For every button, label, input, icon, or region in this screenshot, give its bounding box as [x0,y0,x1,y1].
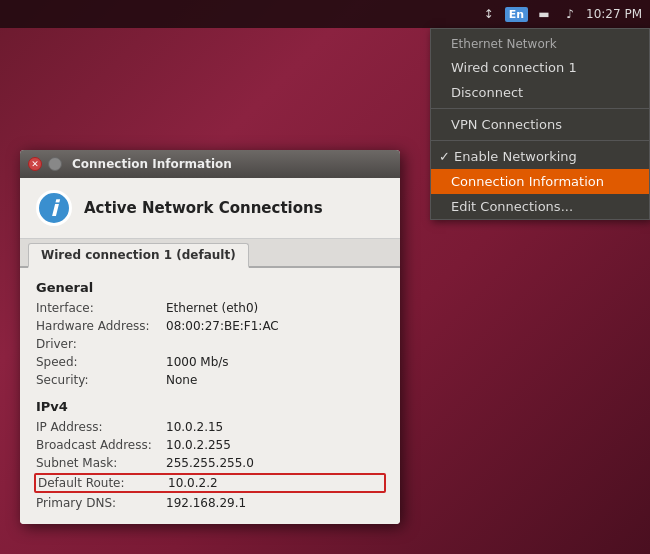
table-row-highlighted: Default Route: 10.0.2.2 [34,473,386,493]
taskbar: ↕ En ▬ ♪ 10:27 PM [0,0,650,28]
label-speed: Speed: [36,355,166,369]
table-row: Speed: 1000 Mb/s [36,353,384,371]
table-row: Hardware Address: 08:00:27:BE:F1:AC [36,317,384,335]
volume-icon: ♪ [560,4,580,24]
battery-icon: ▬ [534,4,554,24]
label-ip-address: IP Address: [36,420,166,434]
table-row: IP Address: 10.0.2.15 [36,418,384,436]
tab-bar: Wired connection 1 (default) [20,239,400,268]
language-indicator[interactable]: En [505,7,528,22]
table-row: Driver: [36,335,384,353]
label-security: Security: [36,373,166,387]
window-header-title: Active Network Connections [84,199,323,217]
label-driver: Driver: [36,337,166,351]
system-clock: 10:27 PM [586,7,642,21]
window-title: Connection Information [72,157,232,171]
table-row: Broadcast Address: 10.0.2.255 [36,436,384,454]
section-general-title: General [36,280,384,295]
dropdown-ethernet-header: Ethernet Network [431,29,649,55]
dropdown-enable-networking[interactable]: ✓ Enable Networking [431,144,649,169]
dropdown-connection-info[interactable]: Connection Information [431,169,649,194]
table-row: Subnet Mask: 255.255.255.0 [36,454,384,472]
minimize-button[interactable] [48,157,62,171]
connection-info-window: ✕ Connection Information i Active Networ… [20,150,400,524]
dropdown-wired-connection[interactable]: Wired connection 1 [431,55,649,80]
dropdown-separator-1 [431,108,649,109]
network-icon[interactable]: ↕ [479,4,499,24]
dropdown-disconnect[interactable]: Disconnect [431,80,649,105]
value-subnet-mask: 255.255.255.0 [166,456,254,470]
label-subnet-mask: Subnet Mask: [36,456,166,470]
label-broadcast: Broadcast Address: [36,438,166,452]
dropdown-separator-2 [431,140,649,141]
window-content: i Active Network Connections Wired conne… [20,178,400,524]
value-hardware-address: 08:00:27:BE:F1:AC [166,319,279,333]
section-gap [36,389,384,399]
label-hardware-address: Hardware Address: [36,319,166,333]
value-primary-dns: 192.168.29.1 [166,496,246,510]
info-icon: i [36,190,72,226]
table-row: Primary DNS: 192.168.29.1 [36,494,384,512]
dropdown-edit-connections[interactable]: Edit Connections... [431,194,649,219]
checkmark-icon: ✓ [439,149,454,164]
close-button[interactable]: ✕ [28,157,42,171]
label-interface: Interface: [36,301,166,315]
label-primary-dns: Primary DNS: [36,496,166,510]
label-default-route: Default Route: [38,476,168,490]
dropdown-vpn[interactable]: VPN Connections [431,112,649,137]
window-header: i Active Network Connections [20,178,400,239]
section-ipv4-title: IPv4 [36,399,384,414]
value-security: None [166,373,197,387]
tab-wired-connection[interactable]: Wired connection 1 (default) [28,243,249,268]
network-dropdown: Ethernet Network Wired connection 1 Disc… [430,28,650,220]
info-content: General Interface: Ethernet (eth0) Hardw… [20,268,400,524]
value-interface: Ethernet (eth0) [166,301,258,315]
window-titlebar: ✕ Connection Information [20,150,400,178]
value-broadcast: 10.0.2.255 [166,438,231,452]
value-default-route: 10.0.2.2 [168,476,218,490]
table-row: Interface: Ethernet (eth0) [36,299,384,317]
value-speed: 1000 Mb/s [166,355,229,369]
table-row: Security: None [36,371,384,389]
value-ip-address: 10.0.2.15 [166,420,223,434]
